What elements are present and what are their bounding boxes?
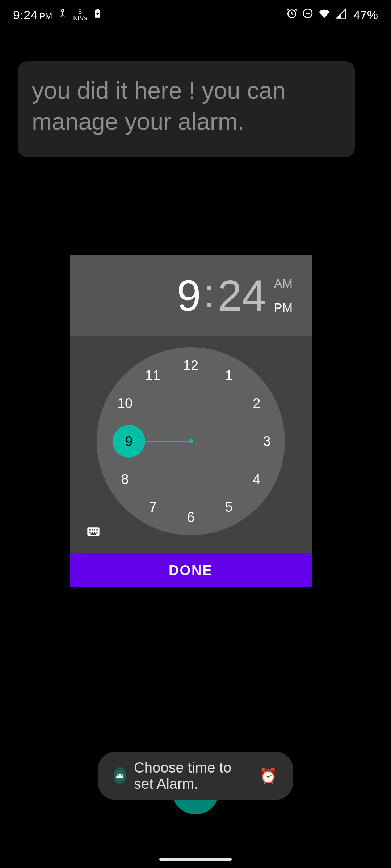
- usb-icon: [58, 8, 67, 22]
- battery-saver-icon: [93, 8, 103, 22]
- svg-rect-10: [92, 532, 93, 533]
- time-picker-dialog: 9 : 24 AM PM 9 121234567891011 DONE: [70, 255, 312, 587]
- battery-percent: 47%: [353, 8, 378, 22]
- status-time: 9:24PM: [13, 8, 52, 22]
- gesture-nav-handle[interactable]: [159, 858, 232, 861]
- dnd-icon: [302, 8, 314, 22]
- done-button[interactable]: DONE: [70, 553, 312, 587]
- status-right: 47%: [286, 8, 378, 22]
- hour-12[interactable]: 12: [183, 358, 198, 373]
- hour-1[interactable]: 1: [225, 368, 232, 383]
- svg-rect-7: [94, 529, 95, 530]
- hour-6[interactable]: 6: [187, 510, 194, 525]
- alarm-clock-emoji: ⏰: [259, 767, 277, 784]
- android-avatar-icon: [114, 767, 126, 784]
- hour-display[interactable]: 9: [177, 271, 201, 320]
- hour-3[interactable]: 3: [263, 434, 270, 449]
- hour-2[interactable]: 2: [253, 396, 260, 411]
- time-picker-body: 9 121234567891011: [70, 336, 312, 553]
- status-left: 9:24PM 5 KB/s: [13, 8, 103, 22]
- svg-point-15: [121, 775, 122, 776]
- toast-message: Choose time to set Alarm. ⏰: [98, 752, 293, 800]
- svg-rect-6: [92, 529, 93, 530]
- status-bar: 9:24PM 5 KB/s 47%: [0, 0, 391, 30]
- svg-rect-13: [91, 533, 97, 535]
- svg-rect-9: [89, 532, 90, 533]
- clock-center: [189, 439, 193, 443]
- hour-8[interactable]: 8: [121, 472, 129, 487]
- time-colon: :: [201, 271, 218, 321]
- am-button[interactable]: AM: [274, 276, 293, 290]
- svg-rect-12: [96, 532, 97, 533]
- clock-face[interactable]: 9 121234567891011: [97, 347, 285, 535]
- wifi-icon: [318, 8, 331, 22]
- keyboard-toggle-button[interactable]: [83, 523, 104, 540]
- svg-rect-5: [89, 529, 90, 530]
- svg-point-0: [62, 9, 64, 12]
- hour-4[interactable]: 4: [253, 472, 260, 487]
- time-picker-header: 9 : 24 AM PM: [70, 255, 312, 336]
- alarm-icon: [286, 8, 298, 22]
- hour-11[interactable]: 11: [145, 368, 160, 383]
- ampm-toggle: AM PM: [274, 276, 293, 315]
- minute-display[interactable]: 24: [218, 271, 266, 320]
- toast-text: Choose time to set Alarm.: [134, 760, 251, 792]
- hour-5[interactable]: 5: [225, 499, 232, 515]
- intro-tooltip: you did it here ! you can manage your al…: [18, 61, 355, 157]
- selected-hour-knob[interactable]: 9: [113, 425, 145, 458]
- signal-icon: [335, 8, 347, 22]
- svg-point-14: [118, 775, 119, 776]
- pm-button[interactable]: PM: [274, 301, 293, 315]
- svg-rect-11: [94, 532, 95, 533]
- hour-10[interactable]: 10: [117, 396, 133, 411]
- time-display: 9 : 24: [177, 271, 266, 321]
- hour-7[interactable]: 7: [149, 499, 156, 515]
- svg-rect-8: [96, 529, 97, 530]
- network-speed: 5 KB/s: [73, 8, 87, 21]
